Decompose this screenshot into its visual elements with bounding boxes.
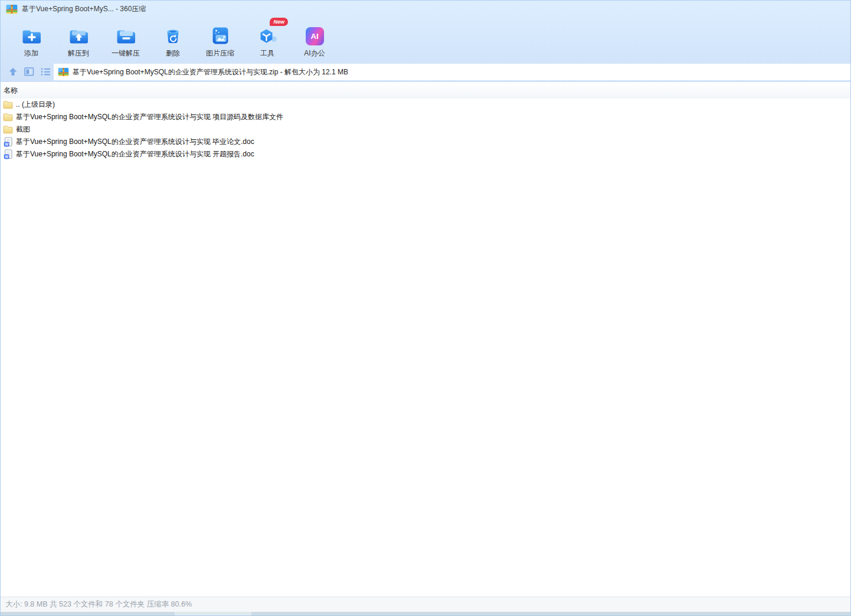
word-doc-icon: W [3, 149, 13, 160]
toolbar-button-label: 添加 [24, 48, 38, 58]
toolbar-button-label: AI办公 [304, 48, 325, 58]
folder-icon [3, 100, 13, 109]
window-bottom-edge [1, 612, 850, 615]
toolbar-button-label: 图片压缩 [206, 48, 234, 58]
titlebar[interactable]: 基于Vue+Spring Boot+MyS... - 360压缩 [1, 1, 850, 17]
address-text: 基于Vue+Spring Boot+MySQL的企业资产管理系统设计与实现.zi… [73, 67, 348, 77]
file-name: 基于Vue+Spring Boot+MySQL的企业资产管理系统设计与实现 项目… [16, 112, 283, 122]
toolbar-button-delete[interactable]: 删除 [149, 17, 197, 62]
status-bar: 大小: 9.8 MB 共 523 个文件和 78 个文件夹 压缩率 80.6% [1, 597, 850, 612]
file-row-doc[interactable]: W 基于Vue+Spring Boot+MySQL的企业资产管理系统设计与实现 … [1, 148, 850, 160]
folder-icon [3, 113, 13, 122]
trash-recycle-icon [162, 22, 184, 45]
tools-cube-icon: New [257, 22, 278, 45]
window-title: 基于Vue+Spring Boot+MyS... - 360压缩 [22, 4, 146, 14]
nav-row: 基于Vue+Spring Boot+MySQL的企业资产管理系统设计与实现.zi… [1, 61, 850, 82]
list-view-icon[interactable] [40, 67, 51, 77]
toolbar-button-extract-to[interactable]: 解压到 [55, 17, 102, 62]
word-doc-icon: W [3, 137, 13, 148]
toolbar-button-label: 解压到 [68, 48, 89, 58]
ai-icon-text: AI [306, 27, 324, 45]
file-row-parent-dir[interactable]: .. (上级目录) [1, 99, 850, 111]
toolbar-button-ai-office[interactable]: AI AI办公 [291, 17, 338, 62]
file-name: 截图 [16, 124, 30, 135]
file-row-folder[interactable]: 截图 [1, 123, 850, 136]
folder-oneclick-extract-icon [115, 22, 137, 45]
list-header-name-column[interactable]: 名称 [1, 82, 850, 99]
zip-archive-icon [58, 67, 69, 77]
folder-add-icon [21, 22, 42, 45]
svg-text:W: W [5, 142, 8, 146]
folder-extract-icon [68, 22, 90, 45]
file-name: .. (上级目录) [16, 100, 55, 110]
file-name: 基于Vue+Spring Boot+MySQL的企业资产管理系统设计与实现 毕业… [16, 137, 254, 147]
new-badge: New [270, 18, 288, 26]
folder-icon [3, 125, 13, 134]
toolbar-button-label: 一键解压 [112, 48, 140, 58]
svg-text:W: W [5, 154, 8, 158]
file-row-doc[interactable]: W 基于Vue+Spring Boot+MySQL的企业资产管理系统设计与实现 … [1, 136, 850, 148]
toolbar-button-tools[interactable]: New 工具 [244, 17, 291, 62]
file-name: 基于Vue+Spring Boot+MySQL的企业资产管理系统设计与实现 开题… [16, 149, 254, 159]
address-bar[interactable]: 基于Vue+Spring Boot+MySQL的企业资产管理系统设计与实现.zi… [54, 64, 850, 80]
toolbar-button-image-compress[interactable]: 图片压缩 [197, 17, 244, 62]
toolbar-button-label: 删除 [166, 48, 180, 58]
toolbar-button-label: 工具 [260, 48, 274, 58]
image-compress-icon [211, 22, 230, 45]
toolbar-button-add[interactable]: 添加 [8, 17, 55, 62]
360zip-window: 基于Vue+Spring Boot+MyS... - 360压缩 添加 [0, 0, 851, 616]
toolbar-button-oneclick-extract[interactable]: 一键解压 [102, 17, 149, 62]
up-icon[interactable] [8, 67, 18, 77]
zip-archive-icon [6, 4, 18, 14]
ai-office-icon: AI [306, 22, 324, 45]
file-list: .. (上级目录) 基于Vue+Spring Boot+MySQL的企业资产管理… [1, 99, 850, 597]
toolbar: 添加 解压到 [8, 17, 338, 62]
file-row-folder[interactable]: 基于Vue+Spring Boot+MySQL的企业资产管理系统设计与实现 项目… [1, 111, 850, 123]
nav-icons [8, 61, 51, 82]
preview-pane-icon[interactable] [24, 67, 35, 77]
window-chrome: 基于Vue+Spring Boot+MyS... - 360压缩 添加 [1, 1, 850, 82]
